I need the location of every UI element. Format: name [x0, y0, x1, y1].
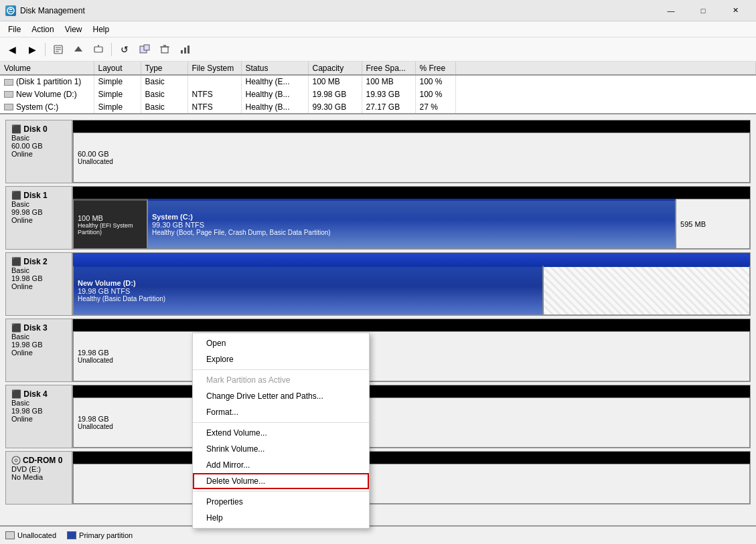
cdrom-0-partition	[73, 464, 750, 504]
context-menu: Open Explore Mark Partition as Active Ch…	[192, 333, 370, 529]
legend-primary-box	[67, 531, 76, 539]
disk-1-content: 100 MB Healthy (EFI System Partition) Sy…	[73, 187, 750, 249]
menu-view[interactable]: View	[60, 21, 88, 37]
legend-unallocated: Unallocated	[5, 531, 56, 539]
disk-1-partitions: 100 MB Healthy (EFI System Partition) Sy…	[73, 199, 750, 249]
forward-button[interactable]: ▶	[23, 40, 42, 59]
ctx-shrink-volume[interactable]: Shrink Volume...	[193, 441, 369, 457]
chart-button[interactable]	[175, 40, 194, 59]
table-row[interactable]: New Volume (D:) Simple Basic NTFS Health…	[0, 88, 756, 100]
maximize-button[interactable]: □	[688, 0, 719, 21]
ctx-help[interactable]: Help	[193, 510, 369, 526]
disk-0-row: ⬛ Disk 0 Basic 60.00 GB Online 60.00 GB …	[5, 120, 751, 183]
ctx-extend-volume[interactable]: Extend Volume...	[193, 425, 369, 441]
app-icon	[5, 5, 16, 16]
table-row[interactable]: (Disk 1 partition 1) Simple Basic Health…	[0, 75, 756, 88]
ctx-format[interactable]: Format...	[193, 404, 369, 420]
disk-1-unallocated[interactable]: 595 MB	[676, 199, 750, 249]
cdrom-0-label: CD-ROM 0 DVD (E:) No Media	[6, 452, 73, 504]
disk-1-top-bar	[73, 187, 750, 199]
ctx-separator-2	[193, 422, 369, 423]
svg-point-0	[7, 7, 14, 14]
disk-0-partitions: 60.00 GB Unallocated	[73, 132, 750, 183]
main-content: Volume Layout Type File System Status Ca…	[0, 62, 756, 544]
disk-3-row: ⬛ Disk 3 Basic 19.98 GB Online 19.98 GB …	[5, 319, 751, 382]
add-button[interactable]	[135, 40, 154, 59]
disk-4-content: 19.98 GB Unallocated	[73, 385, 750, 448]
disk-2-partitions: New Volume (D:) 19.98 GB NTFS Healthy (B…	[73, 265, 750, 315]
disk-2-content: New Volume (D:) 19.98 GB NTFS Healthy (B…	[73, 253, 750, 315]
svg-point-18	[12, 456, 20, 464]
window-controls: — □ ✕	[656, 0, 751, 21]
toolbar-separator-2	[111, 43, 112, 56]
menu-bar: File Action View Help	[0, 21, 756, 37]
footer-legend: Unallocated Primary partition	[0, 525, 756, 544]
ctx-change-drive-letter[interactable]: Change Drive Letter and Paths...	[193, 388, 369, 404]
back-button[interactable]: ◀	[3, 40, 21, 59]
cdrom-icon	[11, 456, 21, 465]
cdrom-0-content	[73, 452, 750, 504]
disk-1-row: ⬛ Disk 1 Basic 99.98 GB Online 100 MB He…	[5, 186, 751, 250]
disk-0-top-bar	[73, 120, 750, 132]
cdrom-0-row: CD-ROM 0 DVD (E:) No Media	[5, 451, 751, 505]
new-volume-button[interactable]	[89, 40, 108, 59]
volume-table: Volume Layout Type File System Status Ca…	[0, 62, 756, 114]
toolbar-separator-1	[45, 43, 46, 56]
disk-2-label: ⬛ Disk 2 Basic 19.98 GB Online	[6, 253, 73, 315]
disk-2-top-bar	[73, 253, 750, 265]
disk-0-unallocated[interactable]: 60.00 GB Unallocated	[73, 132, 750, 183]
ctx-add-mirror[interactable]: Add Mirror...	[193, 457, 369, 473]
refresh-button[interactable]: ↺	[115, 40, 134, 59]
cdrom-0-top-bar	[73, 452, 750, 464]
disk-4-label: ⬛ Disk 4 Basic 19.98 GB Online	[6, 385, 73, 448]
window-title: Disk Management	[20, 6, 656, 15]
delete-button[interactable]	[155, 40, 174, 59]
ctx-open[interactable]: Open	[193, 335, 369, 351]
col-type[interactable]: Type	[141, 62, 187, 75]
svg-rect-17	[187, 46, 190, 54]
disk-3-partitions: 19.98 GB Unallocated	[73, 331, 750, 381]
menu-action[interactable]: Action	[26, 21, 59, 37]
svg-point-19	[15, 459, 17, 462]
properties-button[interactable]	[49, 40, 68, 59]
col-volume[interactable]: Volume	[0, 62, 94, 75]
svg-rect-16	[184, 48, 186, 54]
disk-4-unallocated[interactable]: 19.98 GB Unallocated	[73, 397, 750, 448]
svg-rect-11	[144, 45, 149, 50]
ctx-separator-1	[193, 369, 369, 370]
disk-3-label: ⬛ Disk 3 Basic 19.98 GB Online	[6, 319, 73, 381]
disk-0-label: ⬛ Disk 0 Basic 60.00 GB Online	[6, 120, 73, 183]
cdrom-0-partitions	[73, 464, 750, 504]
svg-rect-2	[9, 11, 13, 12]
ctx-properties[interactable]: Properties	[193, 494, 369, 510]
col-percentfree[interactable]: % Free	[415, 62, 455, 75]
disk-3-top-bar	[73, 319, 750, 331]
col-layout[interactable]: Layout	[94, 62, 141, 75]
svg-marker-7	[74, 46, 82, 52]
col-extra	[455, 62, 756, 75]
ctx-explore[interactable]: Explore	[193, 351, 369, 367]
menu-help[interactable]: Help	[88, 21, 115, 37]
disk-0-content: 60.00 GB Unallocated	[73, 120, 750, 183]
disk-3-unallocated[interactable]: 19.98 GB Unallocated	[73, 331, 750, 381]
disk-2-new-volume-partition[interactable]: New Volume (D:) 19.98 GB NTFS Healthy (B…	[73, 265, 543, 315]
legend-unallocated-box	[5, 531, 15, 539]
svg-rect-1	[9, 9, 12, 10]
disk-area: ⬛ Disk 0 Basic 60.00 GB Online 60.00 GB …	[0, 114, 756, 525]
col-freespace[interactable]: Free Spa...	[362, 62, 415, 75]
col-status[interactable]: Status	[241, 62, 308, 75]
menu-file[interactable]: File	[3, 21, 26, 37]
close-button[interactable]: ✕	[720, 0, 751, 21]
col-filesystem[interactable]: File System	[187, 62, 241, 75]
disk-4-top-bar	[73, 385, 750, 397]
col-capacity[interactable]: Capacity	[308, 62, 362, 75]
disk-1-efi-partition[interactable]: 100 MB Healthy (EFI System Partition)	[73, 199, 147, 249]
disk-2-hatched-partition[interactable]	[543, 265, 750, 315]
disk-4-partitions: 19.98 GB Unallocated	[73, 397, 750, 448]
minimize-button[interactable]: —	[656, 0, 686, 21]
title-bar: Disk Management — □ ✕	[0, 0, 756, 21]
disk-1-system-partition[interactable]: System (C:) 99.30 GB NTFS Healthy (Boot,…	[147, 199, 676, 249]
table-row[interactable]: System (C:) Simple Basic NTFS Healthy (B…	[0, 100, 756, 113]
up-button[interactable]	[69, 40, 88, 59]
ctx-delete-volume[interactable]: Delete Volume...	[193, 473, 369, 489]
